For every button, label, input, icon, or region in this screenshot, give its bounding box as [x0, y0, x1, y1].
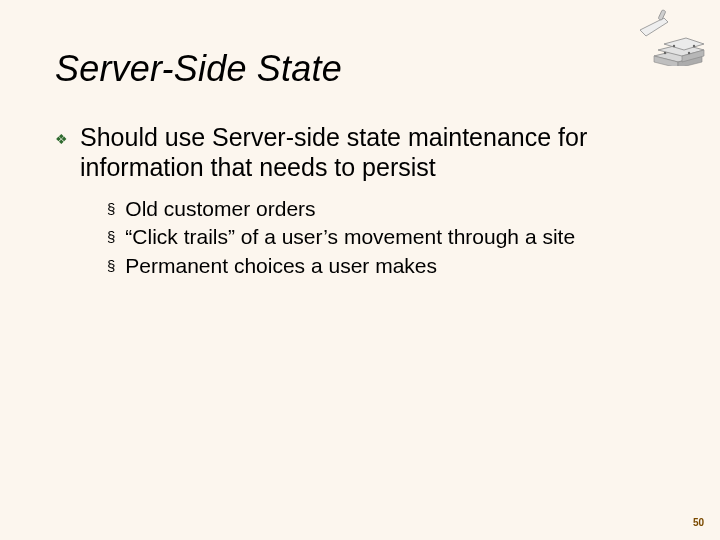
square-bullet-icon: § [107, 224, 115, 250]
bullet-level2-text: Permanent choices a user makes [125, 253, 437, 279]
square-bullet-icon: § [107, 196, 115, 222]
slide: Server-Side State ❖ Should use Server-si… [0, 0, 720, 540]
slide-title: Server-Side State [55, 48, 342, 90]
trowel-bricks-icon [634, 8, 706, 66]
bullet-level2-text: Old customer orders [125, 196, 315, 222]
svg-point-6 [664, 52, 666, 54]
bullet-level2: § Old customer orders [107, 196, 670, 222]
square-bullet-icon: § [107, 253, 115, 279]
bullet-level2: § Permanent choices a user makes [107, 253, 670, 279]
slide-body: ❖ Should use Server-side state maintenan… [55, 122, 670, 281]
bullet-level1: ❖ Should use Server-side state maintenan… [55, 122, 670, 182]
page-number: 50 [693, 517, 704, 528]
bullet-level1-text: Should use Server-side state maintenance… [80, 122, 670, 182]
bullet-level2-text: “Click trails” of a user’s movement thro… [125, 224, 575, 250]
svg-point-8 [673, 45, 675, 47]
svg-marker-10 [640, 18, 668, 36]
svg-point-7 [688, 52, 690, 54]
diamond-bullet-icon: ❖ [55, 124, 68, 154]
sub-bullet-list: § Old customer orders § “Click trails” o… [107, 196, 670, 279]
bullet-level2: § “Click trails” of a user’s movement th… [107, 224, 670, 250]
svg-point-9 [693, 45, 695, 47]
